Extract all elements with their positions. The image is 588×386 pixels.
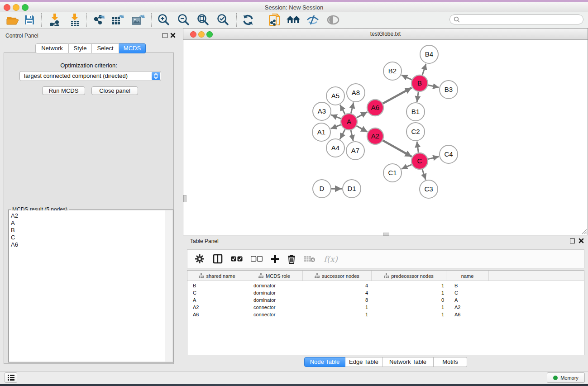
vertical-scroll-thumb[interactable] [183, 195, 186, 202]
table-float-icon[interactable] [570, 238, 575, 243]
column-header-predecessor-nodes[interactable]: predecessor nodes [372, 271, 446, 281]
refresh-button[interactable] [240, 13, 256, 27]
delete-column-button[interactable] [287, 254, 296, 264]
node-D[interactable]: D [313, 180, 331, 198]
resize-grip[interactable] [581, 228, 587, 234]
node-A3[interactable]: A3 [313, 102, 331, 120]
memory-status-dot [553, 376, 558, 380]
node-B4[interactable]: B4 [420, 45, 438, 63]
node-C[interactable]: C [411, 153, 428, 169]
zoom-out-button[interactable] [176, 13, 191, 27]
result-item[interactable]: C [11, 234, 165, 241]
node-C4[interactable]: C4 [440, 145, 458, 163]
add-column-button[interactable] [271, 255, 279, 263]
tab-style[interactable]: Style [69, 43, 92, 53]
column-header-shared-name[interactable]: shared name [188, 271, 246, 281]
node-A6[interactable]: A6 [367, 100, 383, 116]
apply-function-button[interactable]: f(x) [324, 254, 338, 264]
cell: C [188, 289, 246, 296]
node-C1[interactable]: C1 [383, 164, 402, 182]
network-canvas[interactable]: B4B2BB3A8A5A6A3B1AA1C2A2A4A7C4CC1C3DD1 [183, 39, 588, 235]
show-panel-button[interactable] [325, 13, 341, 27]
export-image-button[interactable] [130, 13, 146, 27]
memory-button[interactable]: Memory [547, 372, 585, 383]
tab-edge-table[interactable]: Edge Table [345, 357, 382, 367]
cell: connector [246, 304, 303, 311]
task-history-button[interactable] [5, 372, 17, 383]
import-network-button[interactable] [47, 13, 62, 27]
float-panel-icon[interactable] [163, 33, 167, 38]
toolbar-separator [236, 13, 237, 27]
column-header-MCDS-role[interactable]: MCDS role [246, 271, 303, 281]
cell: C [446, 289, 489, 296]
table-row-C[interactable]: Cdominator41C [187, 289, 584, 296]
tab-select[interactable]: Select [92, 43, 119, 53]
node-A[interactable]: A [341, 114, 357, 130]
result-item[interactable]: A6 [11, 241, 165, 248]
home-layout-button[interactable] [286, 13, 301, 27]
column-header-successor-nodes[interactable]: successor nodes [303, 271, 372, 281]
hide-panel-button[interactable] [305, 13, 320, 27]
zoom-fit-button[interactable] [195, 13, 210, 27]
svg-text:B3: B3 [445, 86, 453, 93]
zoom-selected-button[interactable] [215, 13, 230, 27]
result-scrollbar[interactable] [165, 210, 172, 362]
search-input[interactable] [449, 14, 583, 24]
table-settings-button[interactable] [195, 254, 205, 264]
table-close-icon[interactable] [578, 238, 584, 243]
node-B2[interactable]: B2 [383, 62, 402, 80]
node-A8[interactable]: A8 [347, 84, 365, 102]
toolbar-separator [151, 13, 152, 27]
table-row-A[interactable]: Adominator80A [187, 296, 584, 304]
cell: 1 [372, 311, 446, 318]
table-tabs: Node TableEdge TableNetwork TableMotifs [304, 357, 467, 367]
node-B1[interactable]: B1 [406, 103, 425, 121]
run-mcds-button[interactable]: Run MCDS [42, 86, 85, 95]
node-A4[interactable]: A4 [326, 139, 344, 157]
tab-motifs[interactable]: Motifs [434, 357, 467, 367]
select-all-button[interactable] [231, 256, 243, 262]
result-item[interactable]: A [11, 219, 165, 227]
node-A5[interactable]: A5 [326, 87, 344, 105]
open-file-button[interactable] [5, 13, 20, 27]
trash-icon [287, 254, 296, 264]
tab-network[interactable]: Network [35, 43, 69, 53]
node-C3[interactable]: C3 [420, 180, 438, 198]
cell: connector [246, 311, 303, 318]
show-columns-button[interactable] [213, 254, 223, 264]
result-item[interactable]: A2 [11, 212, 165, 219]
edge-C-C1 [402, 165, 411, 169]
result-item[interactable]: B [11, 227, 165, 234]
node-A1[interactable]: A1 [312, 123, 330, 141]
import-table-button[interactable] [67, 13, 82, 27]
table-row-A6[interactable]: A6connector11A6 [187, 311, 584, 318]
table-row-B[interactable]: Bdominator41B [187, 282, 584, 289]
cell: 1 [303, 311, 372, 318]
tab-network-table[interactable]: Network Table [382, 357, 434, 367]
save-session-button[interactable] [22, 13, 37, 27]
close-panel-icon[interactable] [170, 33, 176, 38]
cell: A [188, 296, 246, 304]
new-network-from-selection-button[interactable] [267, 13, 282, 27]
criterion-dropdown[interactable]: largest connected component (directed) [19, 71, 161, 81]
node-D1[interactable]: D1 [343, 180, 361, 198]
node-B[interactable]: B [411, 75, 428, 91]
table-row-A2[interactable]: A2connector11A2 [187, 304, 584, 311]
edge-A2-C [383, 140, 412, 157]
desktop-bottom-strip [0, 384, 588, 386]
column-header-name[interactable]: name [446, 271, 489, 281]
close-panel-button[interactable]: Close panel [91, 86, 138, 95]
node-C2[interactable]: C2 [406, 123, 425, 141]
deselect-all-button[interactable] [251, 256, 263, 262]
horizontal-scroll-thumb[interactable] [383, 233, 389, 236]
delete-table-button[interactable] [304, 255, 316, 262]
export-network-button[interactable] [91, 13, 106, 27]
export-table-button[interactable] [110, 13, 125, 27]
zoom-in-button[interactable] [156, 13, 171, 27]
cell: 0 [372, 296, 446, 304]
node-B3[interactable]: B3 [440, 81, 458, 99]
node-A7[interactable]: A7 [346, 142, 364, 160]
node-A2[interactable]: A2 [367, 128, 383, 144]
tab-node-table[interactable]: Node Table [304, 357, 345, 367]
tab-mcds[interactable]: MCDS [119, 43, 146, 53]
